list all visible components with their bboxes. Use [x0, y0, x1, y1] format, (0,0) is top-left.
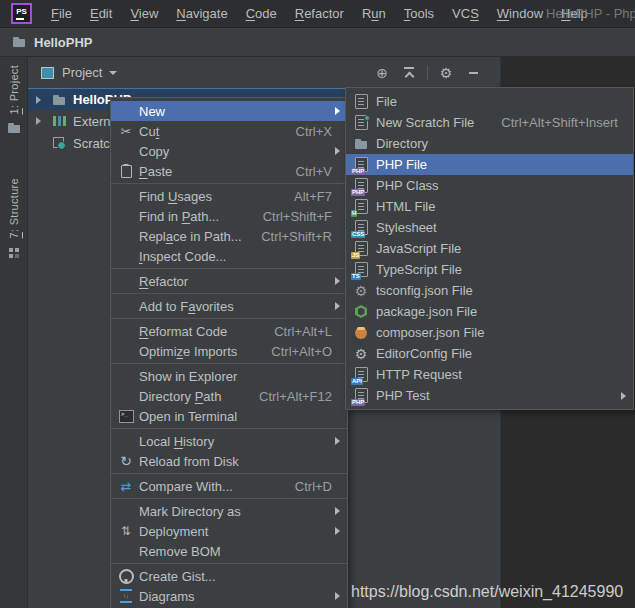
menu-item-reload-from-disk[interactable]: Reload from Disk — [111, 451, 347, 471]
menu-icon-slot — [117, 248, 135, 264]
menu-item-new-scratch-file[interactable]: New Scratch FileCtrl+Alt+Shift+Insert — [346, 112, 633, 133]
hide-icon[interactable] — [464, 65, 482, 81]
submenu-arrow-icon — [335, 147, 340, 155]
submenu-arrow-icon — [335, 302, 340, 310]
menu-item-shortcut: Ctrl+Shift+R — [261, 229, 340, 244]
menu-item-compare-with[interactable]: Compare With...Ctrl+D — [111, 476, 347, 496]
settings-icon[interactable] — [437, 65, 455, 81]
cut-icon — [117, 123, 135, 139]
menubar-item-refactor[interactable]: Refactor — [286, 0, 353, 28]
menubar-item-navigate[interactable]: Navigate — [167, 0, 236, 28]
menu-item-paste[interactable]: PasteCtrl+V — [111, 161, 347, 181]
menu-separator — [111, 293, 347, 294]
tsconfig-icon — [352, 283, 370, 299]
menu-item-http-request[interactable]: APIHTTP Request — [346, 364, 633, 385]
menu-item-typescript-file[interactable]: TSTypeScript File — [346, 259, 633, 280]
menu-item-replace-in-path[interactable]: Replace in Path...Ctrl+Shift+R — [111, 226, 347, 246]
menu-icon-slot — [117, 143, 135, 159]
menu-item-directory[interactable]: Directory — [346, 133, 633, 154]
menubar-item-file[interactable]: File — [42, 0, 81, 28]
expand-arrow-icon[interactable] — [36, 117, 50, 125]
menu-item-package-json-file[interactable]: package.json File — [346, 301, 633, 322]
php-test-icon: PHP — [352, 388, 370, 404]
menu-item-add-to-favorites[interactable]: Add to Favorites — [111, 296, 347, 316]
menu-item-reformat-code[interactable]: Reformat CodeCtrl+Alt+L — [111, 321, 347, 341]
menu-item-file[interactable]: File — [346, 91, 633, 112]
toolbar-separator — [427, 66, 428, 80]
menu-icon-slot — [117, 503, 135, 519]
menu-item-stylesheet[interactable]: CSSStylesheet — [346, 217, 633, 238]
menu-item-html-file[interactable]: HHTML File — [346, 196, 633, 217]
menu-item-label: New Scratch File — [376, 115, 474, 130]
menu-item-tsconfig-json-file[interactable]: tsconfig.json File — [346, 280, 633, 301]
tool-window-strip: 1: Project7: Structure — [0, 57, 28, 608]
menu-item-create-gist[interactable]: Create Gist... — [111, 566, 347, 586]
locate-icon[interactable] — [373, 65, 391, 81]
menu-item-local-history[interactable]: Local History — [111, 431, 347, 451]
menubar-item-edit[interactable]: Edit — [81, 0, 121, 28]
menu-item-refactor[interactable]: Refactor — [111, 271, 347, 291]
menu-item-label: Deployment — [139, 524, 208, 539]
menu-item-php-class[interactable]: PHPPHP Class — [346, 175, 633, 196]
html-file-icon: H — [352, 199, 370, 215]
chevron-down-icon[interactable] — [109, 71, 117, 75]
menu-item-inspect-code[interactable]: Inspect Code... — [111, 246, 347, 266]
strip-tab-1-project[interactable]: 1: Project — [5, 65, 23, 136]
menu-item-javascript-file[interactable]: JSJavaScript File — [346, 238, 633, 259]
scratch-dot-icon — [364, 115, 370, 121]
file-type-badge: H — [351, 210, 357, 217]
menubar-item-code[interactable]: Code — [237, 0, 286, 28]
menu-item-label: Directory Path — [139, 389, 221, 404]
menu-item-cut[interactable]: CutCtrl+X — [111, 121, 347, 141]
menu-item-shortcut: Ctrl+X — [296, 124, 340, 139]
menu-item-find-usages[interactable]: Find UsagesAlt+F7 — [111, 186, 347, 206]
submenu-arrow-icon — [335, 107, 340, 115]
menu-item-diagrams[interactable]: Diagrams — [111, 586, 347, 606]
menu-item-mark-directory-as[interactable]: Mark Directory as — [111, 501, 347, 521]
menu-item-find-in-path[interactable]: Find in Path...Ctrl+Shift+F — [111, 206, 347, 226]
menu-item-copy[interactable]: Copy — [111, 141, 347, 161]
menu-item-open-in-terminal[interactable]: Open in Terminal — [111, 406, 347, 426]
menubar-item-vcs[interactable]: VCS — [443, 0, 488, 28]
menu-icon-slot — [117, 433, 135, 449]
menu-item-optimize-imports[interactable]: Optimize ImportsCtrl+Alt+O — [111, 341, 347, 361]
menubar-item-window[interactable]: Window — [488, 0, 552, 28]
breadcrumb-project-label: HelloPHP — [34, 35, 93, 50]
menu-item-label: Remove BOM — [139, 544, 221, 559]
menu-item-remove-bom[interactable]: Remove BOM — [111, 541, 347, 561]
menu-item-composer-json-file[interactable]: composer.json File — [346, 322, 633, 343]
menubar-item-run[interactable]: Run — [353, 0, 395, 28]
file-type-badge: PHP — [351, 168, 365, 175]
submenu-arrow-icon — [335, 507, 340, 515]
menu-item-label: Create Gist... — [139, 569, 216, 584]
main-menubar: FileEditViewNavigateCodeRefactorRunTools… — [42, 0, 597, 28]
strip-tab-7-structure[interactable]: 7: Structure — [5, 178, 23, 260]
menu-item-label: Find Usages — [139, 189, 212, 204]
file-type-badge: API — [351, 378, 363, 385]
menu-item-deployment[interactable]: Deployment — [111, 521, 347, 541]
menu-item-label: New — [139, 104, 165, 119]
project-tool-window-icon — [38, 65, 56, 81]
breadcrumb[interactable]: HelloPHP — [10, 34, 93, 50]
menu-item-label: JavaScript File — [376, 241, 461, 256]
paste-icon — [117, 163, 135, 179]
menubar-item-view[interactable]: View — [121, 0, 167, 28]
menu-item-label: Find in Path... — [139, 209, 219, 224]
menu-item-php-test[interactable]: PHPPHP Test — [346, 385, 633, 406]
menubar-item-tools[interactable]: Tools — [395, 0, 443, 28]
phpstorm-logo-icon: PS — [11, 3, 32, 24]
menu-item-label: Mark Directory as — [139, 504, 241, 519]
menu-item-editorconfig-file[interactable]: EditorConfig File — [346, 343, 633, 364]
collapse-all-icon[interactable] — [400, 65, 418, 81]
menu-item-label: TypeScript File — [376, 262, 462, 277]
menu-icon-slot — [117, 323, 135, 339]
file-type-badge: TS — [351, 273, 361, 280]
menu-item-new[interactable]: New — [111, 101, 347, 121]
menu-separator — [111, 563, 347, 564]
project-panel-title[interactable]: Project — [62, 65, 102, 80]
menu-item-php-file[interactable]: PHPPHP File — [346, 154, 633, 175]
expand-arrow-icon[interactable] — [36, 96, 50, 104]
menu-item-shortcut: Ctrl+V — [296, 164, 340, 179]
menu-item-directory-path[interactable]: Directory PathCtrl+Alt+F12 — [111, 386, 347, 406]
menu-item-show-in-explorer[interactable]: Show in Explorer — [111, 366, 347, 386]
